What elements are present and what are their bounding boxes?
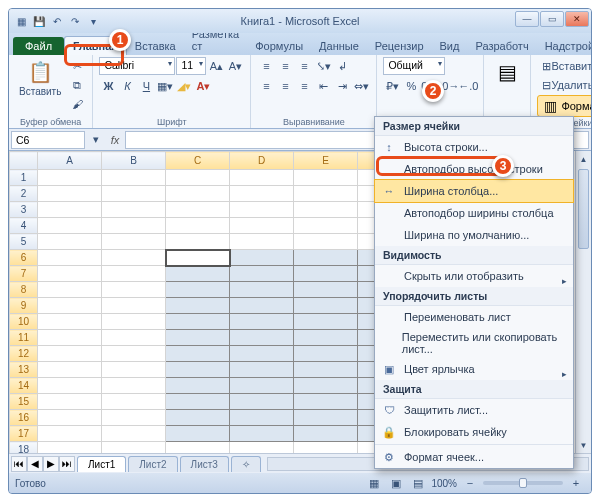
cell-A5[interactable] <box>38 234 102 250</box>
row-header-1[interactable]: 1 <box>10 170 38 186</box>
font-size-combo[interactable]: 11 <box>176 57 206 75</box>
paste-button[interactable]: 📋 Вставить <box>15 57 65 99</box>
cell-A9[interactable] <box>38 298 102 314</box>
cell-E14[interactable] <box>294 378 358 394</box>
row-header-2[interactable]: 2 <box>10 186 38 202</box>
close-button[interactable]: ✕ <box>565 11 589 27</box>
cell-D5[interactable] <box>230 234 294 250</box>
cell-B4[interactable] <box>102 218 166 234</box>
cell-C5[interactable] <box>166 234 230 250</box>
cell-D9[interactable] <box>230 298 294 314</box>
col-header-A[interactable]: A <box>38 152 102 170</box>
cell-A2[interactable] <box>38 186 102 202</box>
cut-button[interactable]: ✂ <box>68 57 86 75</box>
cell-C16[interactable] <box>166 410 230 426</box>
underline-button[interactable]: Ч <box>137 77 155 95</box>
cell-E7[interactable] <box>294 266 358 282</box>
cell-C15[interactable] <box>166 394 230 410</box>
menu-rename-sheet[interactable]: Переименовать лист <box>375 306 573 328</box>
cell-A13[interactable] <box>38 362 102 378</box>
cell-A15[interactable] <box>38 394 102 410</box>
name-box-dropdown[interactable]: ▾ <box>87 131 105 149</box>
sheet-tab-2[interactable]: Лист2 <box>128 456 177 472</box>
cell-D7[interactable] <box>230 266 294 282</box>
sheet-tab-3[interactable]: Лист3 <box>180 456 229 472</box>
row-header-17[interactable]: 17 <box>10 426 38 442</box>
cell-A6[interactable] <box>38 250 102 266</box>
cell-A14[interactable] <box>38 378 102 394</box>
font-color-button[interactable]: A▾ <box>194 77 212 95</box>
cell-C9[interactable] <box>166 298 230 314</box>
cell-B8[interactable] <box>102 282 166 298</box>
vertical-scrollbar[interactable]: ▲ ▼ <box>575 151 591 453</box>
decrease-font-button[interactable]: A▾ <box>226 57 244 75</box>
tab-data[interactable]: Данные <box>311 37 367 55</box>
cell-D2[interactable] <box>230 186 294 202</box>
cell-E8[interactable] <box>294 282 358 298</box>
select-all-corner[interactable] <box>10 152 38 170</box>
percent-button[interactable]: % <box>402 77 420 95</box>
qat-customize-icon[interactable]: ▾ <box>85 13 101 29</box>
font-name-combo[interactable]: Calibri <box>99 57 175 75</box>
excel-icon[interactable]: ▦ <box>13 13 29 29</box>
tab-view[interactable]: Вид <box>432 37 468 55</box>
zoom-out-button[interactable]: − <box>461 474 479 492</box>
row-header-5[interactable]: 5 <box>10 234 38 250</box>
format-painter-button[interactable]: 🖌 <box>68 95 86 113</box>
cell-D1[interactable] <box>230 170 294 186</box>
copy-button[interactable]: ⧉ <box>68 76 86 94</box>
menu-row-height[interactable]: ↕Высота строки... <box>375 136 573 158</box>
cell-D4[interactable] <box>230 218 294 234</box>
row-header-8[interactable]: 8 <box>10 282 38 298</box>
cell-C1[interactable] <box>166 170 230 186</box>
sheet-nav-last[interactable]: ⏭ <box>59 456 75 472</box>
zoom-knob[interactable] <box>519 478 527 488</box>
menu-format-cells[interactable]: ⚙Формат ячеек... <box>375 446 573 468</box>
row-header-18[interactable]: 18 <box>10 442 38 454</box>
cell-C18[interactable] <box>166 442 230 454</box>
format-cells-button[interactable]: ▥ Формат▾ <box>537 95 591 117</box>
scroll-thumb[interactable] <box>578 169 589 249</box>
cell-C2[interactable] <box>166 186 230 202</box>
cell-C4[interactable] <box>166 218 230 234</box>
menu-default-width[interactable]: Ширина по умолчанию... <box>375 224 573 246</box>
row-header-10[interactable]: 10 <box>10 314 38 330</box>
cell-E9[interactable] <box>294 298 358 314</box>
undo-button[interactable]: ↶ <box>49 13 65 29</box>
tab-developer[interactable]: Разработч <box>467 37 536 55</box>
view-normal-button[interactable]: ▦ <box>365 474 383 492</box>
cell-D12[interactable] <box>230 346 294 362</box>
cell-E18[interactable] <box>294 442 358 454</box>
align-right-button[interactable]: ≡ <box>295 77 313 95</box>
cell-E6[interactable] <box>294 250 358 266</box>
row-header-9[interactable]: 9 <box>10 298 38 314</box>
row-header-6[interactable]: 6 <box>10 250 38 266</box>
row-header-14[interactable]: 14 <box>10 378 38 394</box>
cell-B11[interactable] <box>102 330 166 346</box>
cell-E1[interactable] <box>294 170 358 186</box>
cell-C11[interactable] <box>166 330 230 346</box>
cell-A11[interactable] <box>38 330 102 346</box>
menu-protect-sheet[interactable]: 🛡Защитить лист... <box>375 399 573 421</box>
cell-B12[interactable] <box>102 346 166 362</box>
cell-B6[interactable] <box>102 250 166 266</box>
cell-E11[interactable] <box>294 330 358 346</box>
cell-E16[interactable] <box>294 410 358 426</box>
zoom-slider[interactable] <box>483 481 563 485</box>
align-center-button[interactable]: ≡ <box>276 77 294 95</box>
cell-D16[interactable] <box>230 410 294 426</box>
new-sheet-button[interactable]: ✧ <box>231 456 261 472</box>
cell-B13[interactable] <box>102 362 166 378</box>
sheet-tab-1[interactable]: Лист1 <box>77 456 126 472</box>
tab-file[interactable]: Файл <box>13 37 64 55</box>
tab-addins[interactable]: Надстрой <box>537 37 592 55</box>
scroll-down-icon[interactable]: ▼ <box>576 437 591 453</box>
orientation-button[interactable]: ⤥▾ <box>314 57 332 75</box>
cell-C12[interactable] <box>166 346 230 362</box>
cell-A3[interactable] <box>38 202 102 218</box>
cell-D14[interactable] <box>230 378 294 394</box>
cell-E3[interactable] <box>294 202 358 218</box>
cell-E13[interactable] <box>294 362 358 378</box>
align-top-button[interactable]: ≡ <box>257 57 275 75</box>
cell-A16[interactable] <box>38 410 102 426</box>
